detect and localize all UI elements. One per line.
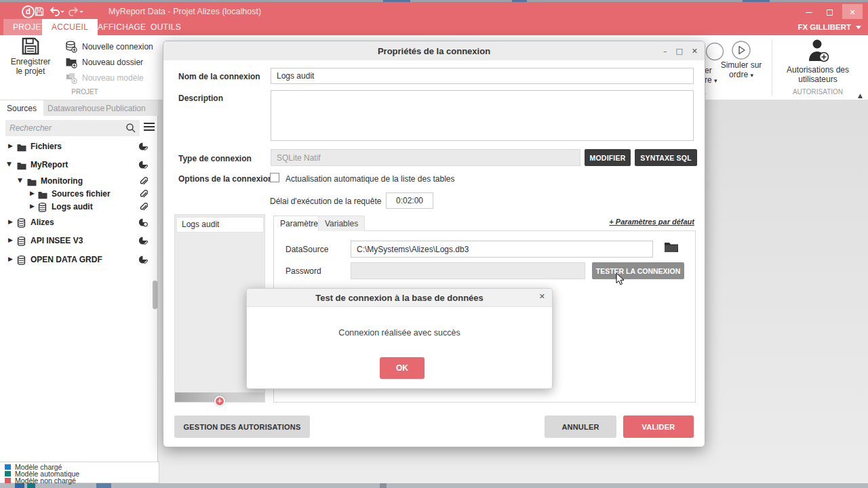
test-connection-button[interactable]: TESTER LA CONNEXION xyxy=(592,262,684,279)
ok-button[interactable]: OK xyxy=(380,357,425,379)
group-label-autorisation: AUTORISATION xyxy=(775,88,861,96)
dialog-maximize-button[interactable]: □ xyxy=(675,47,682,56)
user-menu[interactable]: FX GILLIBERT xyxy=(797,19,861,35)
search-icon[interactable] xyxy=(125,123,136,134)
tree-item-open-data-grdf[interactable]: ▶ OPEN DATA GRDF xyxy=(0,253,158,268)
new-folder-label: Nouveau dossier xyxy=(82,58,143,67)
sources-sidebar: ▶ Fichiers ▼ MyReport ▼ Monitoring ▶ Sou… xyxy=(0,116,158,483)
cut-button-label-2[interactable]: re xyxy=(705,75,717,85)
save-project-label-2: le projet xyxy=(16,66,45,76)
connection-type-input xyxy=(271,149,580,166)
dialog-title: Propriétés de la connexion xyxy=(378,46,490,56)
background-window-strip-bottom xyxy=(0,483,868,488)
tree-label: Sources fichier xyxy=(52,189,111,199)
connection-options-label: Options de la connexion xyxy=(178,174,273,184)
user-authorizations-button[interactable]: Autorisations des utilisateurs xyxy=(775,38,861,84)
new-connection-label: Nouvelle connexion xyxy=(82,42,153,52)
search-input[interactable] xyxy=(5,123,125,133)
legend-auto-swatch xyxy=(5,471,11,476)
dialog-header[interactable]: Propriétés de la connexion xyxy=(163,41,705,60)
tree-label: MyReport xyxy=(31,160,68,169)
group-label-projet: PROJET xyxy=(47,88,122,96)
default-parameters-link[interactable]: + Paramètres par défaut xyxy=(609,218,694,226)
modal-message: Connexion réalisée avec succès xyxy=(247,328,552,338)
simulate-on-demand-button[interactable]: Simuler sur ordre xyxy=(717,40,765,80)
expand-arrow-icon[interactable]: ▶ xyxy=(8,237,13,243)
collapse-arrow-icon[interactable]: ▼ xyxy=(18,177,22,184)
database-icon xyxy=(17,218,26,230)
tab-outils[interactable]: OUTILS xyxy=(141,19,191,35)
sidebar-tab-sources[interactable]: Sources xyxy=(0,100,43,116)
tree-label: Logs audit xyxy=(52,202,93,211)
expand-arrow-icon[interactable]: ▶ xyxy=(8,142,13,149)
tree-item-myreport[interactable]: ▼ MyReport xyxy=(0,158,158,173)
modal-close-button[interactable]: ✕ xyxy=(539,292,545,301)
new-folder-button[interactable]: Nouveau dossier xyxy=(65,56,143,68)
model-status-legend: Modèle chargé Modèle automatique Modèle … xyxy=(0,462,159,483)
save-project-button[interactable]: Enregistrer le projet xyxy=(0,35,61,88)
tree-label: API INSEE V3 xyxy=(31,236,83,245)
connection-type-label: Type de connexion xyxy=(178,154,252,163)
collapse-arrow-icon[interactable]: ▼ xyxy=(7,161,12,167)
validate-button[interactable]: VALIDER xyxy=(623,415,694,438)
description-textarea[interactable] xyxy=(271,90,694,141)
save-icon xyxy=(20,35,41,57)
model-edit-status-icon xyxy=(138,160,148,172)
search-box[interactable] xyxy=(5,120,140,136)
ribbon-separator xyxy=(772,39,772,96)
save-quick-icon[interactable] xyxy=(33,5,46,18)
tree-item-alizes[interactable]: ▶ Alizes xyxy=(0,216,158,230)
collapse-ribbon-button[interactable]: ▲ xyxy=(858,92,863,99)
add-connection-button[interactable]: + xyxy=(214,396,225,407)
datasource-input[interactable] xyxy=(351,241,653,258)
description-label: Description xyxy=(178,94,223,103)
sidebar-scrollbar[interactable] xyxy=(153,281,157,309)
database-plus-icon xyxy=(65,41,77,53)
sql-syntax-button[interactable]: SYNTAXE SQL xyxy=(635,149,697,166)
name-label: Nom de la connexion xyxy=(178,72,260,81)
sidebar-tab-publication[interactable]: Publication xyxy=(99,100,153,116)
expand-arrow-icon[interactable]: ▶ xyxy=(30,203,35,209)
dialog-minimize-button[interactable]: – xyxy=(663,47,667,56)
folder-icon xyxy=(17,142,26,155)
expand-arrow-icon[interactable]: ▶ xyxy=(8,256,13,262)
model-search-status-icon xyxy=(138,218,148,230)
ribbon-tab-row: PROJET ACCUEIL AFFICHAGE OUTILS FX GILLI… xyxy=(0,19,868,35)
folder-plus-icon xyxy=(65,56,77,68)
cancel-button[interactable]: ANNULER xyxy=(545,415,616,438)
simulate-label-2: ordre xyxy=(729,70,748,79)
tree-label: Monitoring xyxy=(41,176,83,186)
chevron-down-icon xyxy=(856,26,861,29)
modal-header[interactable]: Test de connexion à la base de données xyxy=(247,289,552,307)
window-title: MyReport Data - Projet Alizes (localhost… xyxy=(108,7,261,16)
modify-button[interactable]: MODIFIER xyxy=(585,149,631,166)
database-icon xyxy=(17,237,26,249)
auto-refresh-checkbox[interactable] xyxy=(270,173,279,182)
manage-authorizations-button[interactable]: GESTION DES AUTORISATIONS xyxy=(174,415,310,438)
tree-item-logs-audit[interactable]: ▶ Logs audit xyxy=(0,200,158,215)
timeout-input[interactable] xyxy=(386,192,433,209)
chevron-down-icon xyxy=(750,70,753,79)
expand-arrow-icon[interactable]: ▶ xyxy=(30,190,35,197)
authorizations-label-2: utilisateurs xyxy=(798,75,837,84)
tree-item-fichiers[interactable]: ▶ Fichiers xyxy=(0,140,158,155)
folder-icon xyxy=(17,161,26,173)
expand-arrow-icon[interactable]: ▶ xyxy=(8,218,13,225)
redo-icon[interactable] xyxy=(66,5,80,18)
menu-icon[interactable] xyxy=(144,123,155,133)
chevron-down-icon xyxy=(714,75,717,85)
model-edit-status-icon xyxy=(138,236,148,248)
redo-dropdown-icon[interactable] xyxy=(79,5,84,18)
titlebar: d MyReport Data - Projet Alizes (localho… xyxy=(0,2,868,19)
connection-list-item[interactable]: Logs audit xyxy=(176,217,264,232)
tree-item-api-insee-v3[interactable]: ▶ API INSEE V3 xyxy=(0,234,158,249)
browse-folder-icon[interactable] xyxy=(664,241,679,256)
save-project-label-1: Enregistrer xyxy=(11,57,51,66)
connection-name-input[interactable] xyxy=(271,68,694,84)
undo-dropdown-icon[interactable] xyxy=(60,5,65,18)
undo-icon[interactable] xyxy=(47,5,61,18)
dialog-close-button[interactable]: ✕ xyxy=(692,47,698,56)
new-connection-button[interactable]: Nouvelle connexion xyxy=(65,41,153,53)
authorizations-label-1: Autorisations des xyxy=(787,65,849,75)
tab-variables[interactable]: Variables xyxy=(318,216,365,231)
